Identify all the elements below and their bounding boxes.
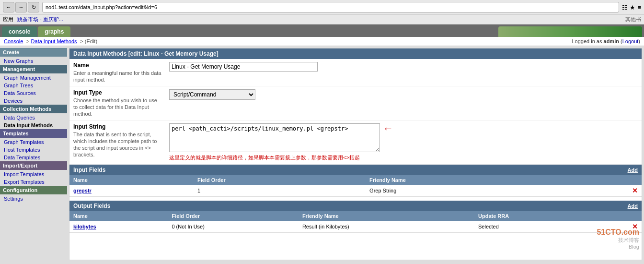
input-fields-table: Name Field Order Friendly Name grepstr 1… — [69, 175, 642, 197]
sidebar-header-management: Management — [0, 65, 67, 73]
browser-bar: ← → ↻ ☷ ★ ≡ — [0, 0, 644, 15]
annotation-text: 这里定义的就是脚本的详细路径，如果脚本本需要接上参数，那参数需要用<>括起 — [169, 154, 638, 161]
name-input-cell — [165, 59, 642, 86]
input-field-name-link[interactable]: grepstr — [73, 188, 92, 193]
output-fields-col-friendly: Friendly Name — [299, 211, 474, 221]
output-fields-col-update-rra: Update RRA — [474, 211, 598, 221]
sidebar-item-data-sources[interactable]: Data Sources — [0, 89, 67, 97]
forward-button[interactable]: → — [15, 2, 27, 12]
content-section-title: Data Input Methods [edit: Linux - Get Me… — [69, 48, 642, 59]
watermark-extra: Blog — [597, 244, 639, 250]
input-field-delete[interactable]: ✕ — [577, 185, 642, 197]
sidebar-item-export-templates[interactable]: Export Templates — [0, 178, 67, 186]
input-fields-section: Input Fields Add Name Field Order Friend… — [69, 165, 642, 197]
tab-console[interactable]: console — [2, 26, 37, 37]
sidebar: Create New Graphs Management Graph Manag… — [0, 46, 67, 262]
input-field-friendly: Grep String — [366, 185, 577, 197]
breadcrumb-console[interactable]: Console — [4, 38, 23, 44]
name-desc: Enter a meaningful name for this data in… — [73, 70, 161, 83]
sidebar-item-host-templates[interactable]: Host Templates — [0, 146, 67, 154]
sidebar-header-templates: Templates — [0, 129, 67, 138]
input-type-label: Input Type — [73, 89, 161, 96]
bookmark-1[interactable]: 跳蚤市场 - 重庆驴... — [17, 16, 63, 23]
sidebar-item-data-input-methods[interactable]: Data Input Methods — [0, 121, 67, 129]
input-field-order: 1 — [194, 185, 366, 197]
sidebar-header-import-export: Import/Export — [0, 161, 67, 170]
output-field-order: 0 (Not In Use) — [168, 221, 298, 233]
browser-icon-2: ★ — [630, 4, 635, 11]
input-string-desc: The data that is sent to the script, whi… — [73, 132, 157, 157]
sidebar-item-data-queries[interactable]: Data Queries — [0, 114, 67, 121]
watermark-subtitle: 技术博客 — [597, 237, 639, 244]
output-fields-header-row: Name Field Order Friendly Name Update RR… — [69, 211, 642, 221]
input-type-row: Input Type Choose the method you wish to… — [69, 86, 642, 120]
tab-graphs[interactable]: graphs — [38, 26, 70, 37]
input-string-textarea[interactable] — [169, 123, 380, 152]
sidebar-header-create: Create — [0, 48, 67, 57]
browser-icon-1: ☷ — [622, 4, 628, 11]
output-fields-title: Output Fields — [73, 203, 110, 209]
browser-icon-3: ≡ — [637, 4, 641, 11]
app-tabs: console graphs — [0, 24, 644, 37]
name-input[interactable] — [169, 62, 318, 72]
input-type-label-cell: Input Type Choose the method you wish to… — [69, 86, 165, 120]
output-fields-table: Name Field Order Friendly Name Update RR… — [69, 211, 642, 233]
output-field-update-rra: Selected — [474, 221, 598, 233]
input-fields-col-action — [577, 175, 642, 185]
arrow-annotation-icon: ← — [383, 123, 393, 134]
delete-icon[interactable]: ✕ — [632, 187, 638, 194]
sidebar-header-collection: Collection Methods — [0, 105, 67, 113]
output-fields-add[interactable]: Add — [628, 203, 638, 209]
output-field-name: kilobytes — [69, 221, 168, 233]
name-row: Name Enter a meaningful name for this da… — [69, 59, 642, 86]
sidebar-header-configuration: Configuration — [0, 186, 67, 194]
input-string-row: Input String The data that is sent to th… — [69, 120, 642, 165]
input-fields-header-row: Name Field Order Friendly Name — [69, 175, 642, 185]
watermark-site: 51CTO.com — [597, 228, 639, 237]
input-fields-col-name: Name — [69, 175, 194, 185]
sidebar-item-graph-trees[interactable]: Graph Trees — [0, 82, 67, 89]
name-label-cell: Name Enter a meaningful name for this da… — [69, 59, 165, 86]
input-fields-add[interactable]: Add — [628, 167, 638, 173]
sidebar-item-devices[interactable]: Devices — [0, 97, 67, 105]
input-fields-header: Input Fields Add — [69, 165, 642, 175]
input-type-desc: Choose the method you wish to use to col… — [73, 97, 157, 117]
input-fields-col-order: Field Order — [194, 175, 366, 185]
sidebar-item-graph-templates[interactable]: Graph Templates — [0, 138, 67, 146]
sidebar-item-new-graphs[interactable]: New Graphs — [0, 57, 67, 65]
breadcrumb: Console -> Data Input Methods -> (Edit) — [4, 38, 97, 44]
output-fields-col-action — [598, 211, 642, 221]
watermark: 51CTO.com 技术博客 Blog — [597, 228, 639, 250]
other-bookmarks[interactable]: 其他书 — [625, 16, 641, 23]
content-area: Data Input Methods [edit: Linux - Get Me… — [69, 48, 642, 260]
refresh-button[interactable]: ↻ — [28, 2, 39, 12]
bookmarks-bar: 应用 跳蚤市场 - 重庆驴... 其他书 — [0, 15, 644, 24]
sidebar-item-settings[interactable]: Settings — [0, 195, 67, 203]
input-fields-title: Input Fields — [73, 167, 105, 173]
breadcrumb-bar: Console -> Data Input Methods -> (Edit) … — [0, 37, 644, 46]
nav-buttons[interactable]: ← → ↻ — [3, 2, 39, 12]
name-label: Name — [73, 62, 161, 69]
logout-link[interactable]: Logout — [622, 38, 639, 44]
output-field-name-link[interactable]: kilobytes — [73, 224, 96, 229]
sidebar-item-import-templates[interactable]: Import Templates — [0, 170, 67, 178]
apps-label: 应用 — [3, 16, 13, 23]
breadcrumb-arrow2: -> — [79, 38, 85, 44]
input-string-label-cell: Input String The data that is sent to th… — [69, 120, 165, 165]
breadcrumb-data-input-methods[interactable]: Data Input Methods — [31, 38, 77, 44]
input-fields-row: grepstr 1 Grep String ✕ — [69, 185, 642, 197]
input-type-select-cell: Script/Command — [165, 86, 642, 120]
output-fields-header: Output Fields Add — [69, 201, 642, 211]
logged-in-info: Logged in as admin (Logout) — [572, 38, 640, 44]
breadcrumb-arrow1: -> — [24, 38, 31, 44]
logged-in-user: admin — [604, 38, 619, 44]
output-fields-section: Output Fields Add Name Field Order Frien… — [69, 201, 642, 233]
back-button[interactable]: ← — [3, 2, 14, 12]
sidebar-item-graph-management[interactable]: Graph Management — [0, 74, 67, 82]
url-bar[interactable] — [42, 2, 619, 12]
main-layout: Create New Graphs Management Graph Manag… — [0, 46, 644, 262]
sidebar-item-data-templates[interactable]: Data Templates — [0, 154, 67, 161]
form-table: Name Enter a meaningful name for this da… — [69, 59, 642, 165]
input-type-select[interactable]: Script/Command — [169, 89, 255, 100]
output-fields-col-order: Field Order — [168, 211, 298, 221]
